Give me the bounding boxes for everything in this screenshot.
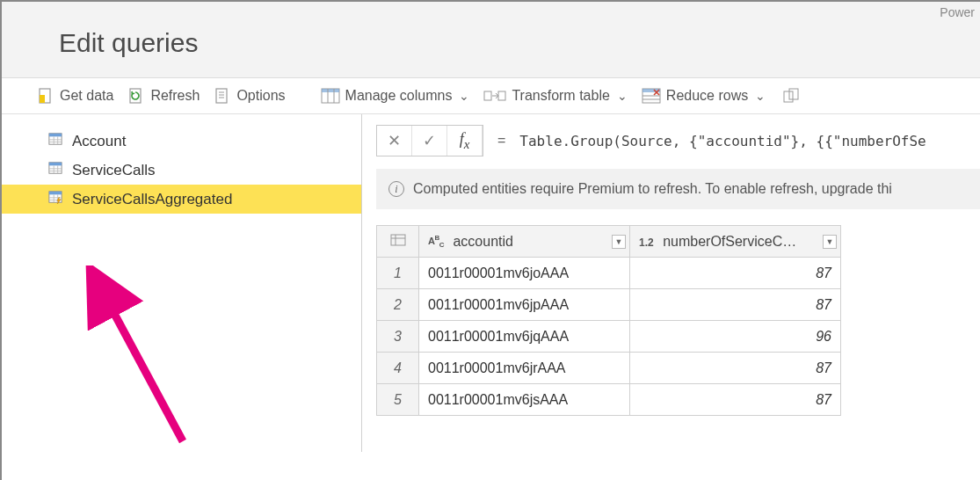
cell-numberofservicec[interactable]: 87 — [630, 289, 841, 321]
toolbar: Get data Refresh Options Manage columns … — [2, 78, 980, 114]
info-icon: i — [388, 181, 404, 197]
column-header-numberofservicec[interactable]: 1.2 numberOfServiceC… ▼ — [630, 226, 841, 258]
transform-table-button[interactable]: Transform table ⌄ — [483, 88, 627, 104]
cell-accountid[interactable]: 0011r00001mv6jsAAA — [419, 384, 630, 416]
refresh-button[interactable]: Refresh — [127, 87, 200, 105]
row-number: 5 — [377, 384, 419, 416]
svg-rect-40 — [391, 235, 405, 245]
accept-formula-button[interactable]: ✓ — [412, 126, 447, 156]
options-icon — [214, 87, 231, 105]
data-table: ABC accountid ▼ 1.2 numberOfServiceC… ▼ … — [376, 225, 841, 416]
row-number: 2 — [377, 289, 419, 321]
table-row[interactable]: 40011r00001mv6jrAAA87 — [377, 353, 841, 384]
get-data-label: Get data — [60, 88, 113, 104]
chevron-down-icon: ⌄ — [617, 89, 628, 103]
svg-rect-23 — [49, 134, 62, 137]
main: AccountServiceCallsServiceCallsAggregate… — [2, 114, 980, 452]
transform-icon — [483, 88, 506, 104]
formula-bar: ✕ ✓ fx = Table.Group(Source, {"accountid… — [376, 125, 980, 156]
query-item-account[interactable]: Account — [2, 127, 361, 156]
table-row[interactable]: 10011r00001mv6joAAA87 — [377, 258, 841, 289]
table-icon — [47, 132, 63, 150]
svg-rect-12 — [498, 91, 505, 100]
column-label: accountid — [453, 234, 513, 249]
computed-table-icon — [47, 190, 63, 208]
svg-rect-20 — [784, 91, 793, 102]
fx-button[interactable]: fx — [447, 126, 483, 156]
cell-accountid[interactable]: 0011r00001mv6jrAAA — [419, 353, 630, 384]
text-type-icon: ABC — [428, 235, 444, 249]
filter-dropdown-icon[interactable]: ▼ — [823, 235, 837, 249]
header: Power Edit queries — [2, 2, 980, 78]
query-item-label: ServiceCalls — [72, 162, 155, 179]
filter-dropdown-icon[interactable]: ▼ — [612, 235, 626, 249]
query-item-servicecalls[interactable]: ServiceCalls — [2, 156, 361, 185]
content: ✕ ✓ fx = Table.Group(Source, {"accountid… — [362, 114, 980, 452]
get-data-icon — [37, 87, 54, 105]
combine-icon — [783, 88, 802, 104]
cell-numberofservicec[interactable]: 87 — [630, 384, 841, 416]
cell-numberofservicec[interactable]: 87 — [630, 258, 841, 289]
svg-rect-3 — [216, 89, 227, 103]
svg-rect-11 — [484, 91, 491, 100]
reduce-rows-button[interactable]: Reduce rows ⌄ — [642, 88, 766, 104]
more-button[interactable] — [783, 88, 802, 104]
table-columns-icon — [321, 88, 340, 104]
page-title: Edit queries — [59, 28, 980, 58]
refresh-icon — [127, 87, 145, 105]
column-label: numberOfServiceC… — [663, 234, 796, 249]
get-data-button[interactable]: Get data — [37, 87, 113, 105]
chevron-down-icon: ⌄ — [459, 89, 469, 103]
table-row[interactable]: 20011r00001mv6jpAAA87 — [377, 289, 841, 321]
options-label: Options — [236, 88, 285, 104]
query-item-servicecallsaggregated[interactable]: ServiceCallsAggregated — [2, 185, 361, 214]
row-number: 3 — [377, 321, 419, 353]
svg-rect-1 — [40, 95, 45, 103]
cell-accountid[interactable]: 0011r00001mv6jqAAA — [419, 321, 630, 353]
row-number: 1 — [377, 258, 419, 289]
queries-panel: AccountServiceCallsServiceCallsAggregate… — [2, 114, 362, 452]
table-row[interactable]: 50011r00001mv6jsAAA87 — [377, 384, 841, 416]
manage-columns-label: Manage columns — [345, 88, 453, 104]
cell-numberofservicec[interactable]: 96 — [630, 321, 841, 353]
equals-sign: = — [497, 133, 505, 149]
app-name: Power — [940, 5, 975, 19]
cell-accountid[interactable]: 0011r00001mv6joAAA — [419, 258, 630, 289]
corner-cell[interactable] — [377, 226, 419, 258]
table-icon — [47, 161, 63, 179]
transform-table-label: Transform table — [512, 88, 609, 104]
svg-rect-8 — [322, 89, 339, 92]
refresh-label: Refresh — [150, 88, 200, 104]
cell-numberofservicec[interactable]: 87 — [630, 353, 841, 384]
query-item-label: ServiceCallsAggregated — [72, 191, 232, 208]
row-number: 4 — [377, 353, 419, 384]
cancel-formula-button[interactable]: ✕ — [377, 126, 412, 156]
premium-banner: i Computed entities require Premium to r… — [376, 169, 980, 209]
formula-text[interactable]: Table.Group(Source, {"accountid"}, {{"nu… — [519, 133, 926, 149]
table-row[interactable]: 30011r00001mv6jqAAA96 — [377, 321, 841, 353]
options-button[interactable]: Options — [214, 87, 285, 105]
svg-rect-21 — [789, 89, 798, 99]
decimal-type-icon: 1.2 — [639, 236, 654, 249]
svg-rect-29 — [49, 163, 62, 166]
manage-columns-button[interactable]: Manage columns ⌄ — [321, 88, 470, 104]
cell-accountid[interactable]: 0011r00001mv6jpAAA — [419, 289, 630, 321]
svg-rect-35 — [49, 192, 62, 195]
reduce-rows-icon — [642, 88, 661, 104]
query-item-label: Account — [72, 133, 126, 150]
chevron-down-icon: ⌄ — [755, 89, 766, 103]
column-header-accountid[interactable]: ABC accountid ▼ — [419, 226, 630, 258]
reduce-rows-label: Reduce rows — [666, 88, 748, 104]
banner-text: Computed entities require Premium to ref… — [413, 181, 892, 197]
